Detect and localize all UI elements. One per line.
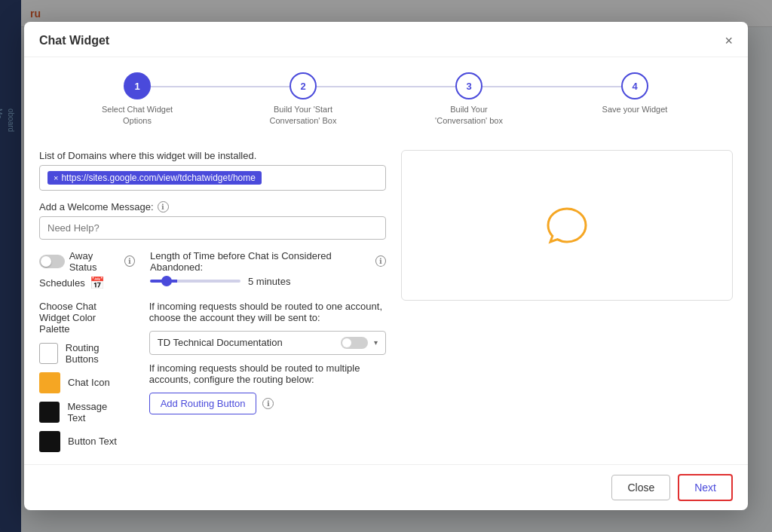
modal-backdrop: Chat Widget × 1 Select Chat Widget Optio… — [0, 0, 772, 532]
select-toggle-knob — [342, 338, 351, 347]
routing-section: If incoming requests should be routed to… — [149, 301, 386, 414]
away-status-toggle[interactable] — [39, 255, 65, 268]
schedules-label: Schedules — [39, 277, 85, 289]
chat-icon-label: Chat Icon — [68, 377, 110, 388]
multiple-account-label: If incoming requests should be routed to… — [149, 362, 386, 385]
modal-footer: Close Next — [24, 464, 748, 510]
step-3-label: Build Your 'Conversation' box — [424, 104, 514, 126]
widget-preview — [401, 150, 733, 301]
color-item-routing-buttons: Routing Buttons — [39, 342, 127, 365]
modal-body: List of Domains where this widget will b… — [24, 138, 748, 464]
step-1-circle[interactable]: 1 — [124, 72, 151, 99]
close-button[interactable]: Close — [611, 475, 670, 500]
bottom-two-col: Choose Chat Widget Color Palette Routing… — [39, 301, 386, 452]
status-abandonment-row: Away Status ℹ Schedules 📅 Length of Time… — [39, 250, 386, 290]
routing-btn-row: Add Routing Button ℹ — [149, 393, 386, 414]
slider-value: 5 minutes — [248, 276, 290, 287]
away-status-controls: Away Status ℹ Schedules 📅 — [39, 250, 135, 290]
abandonment-label: Length of Time before Chat is Considered… — [150, 250, 386, 273]
stepper: 1 Select Chat Widget Options 2 Build You… — [24, 57, 748, 138]
account-chevron-icon: ▾ — [374, 338, 378, 347]
calendar-icon[interactable]: 📅 — [90, 276, 105, 290]
away-status-info-icon: ℹ — [124, 255, 135, 267]
step-2-circle[interactable]: 2 — [290, 72, 317, 99]
color-item-message-text: Message Text — [39, 401, 127, 423]
slider-row: 5 minutes — [150, 276, 386, 287]
step-2-label: Build Your 'Start Conversation' Box — [258, 104, 348, 126]
step-4: 4 Save your Widget — [552, 72, 718, 115]
domains-label: List of Domains where this widget will b… — [39, 150, 386, 161]
welcome-info-icon: ℹ — [158, 201, 169, 212]
button-text-swatch[interactable] — [39, 431, 60, 452]
welcome-message-section: Add a Welcome Message: ℹ — [39, 201, 386, 240]
abandonment-group: Length of Time before Chat is Considered… — [150, 250, 386, 290]
select-toggle-badge — [341, 337, 368, 349]
step-4-circle[interactable]: 4 — [621, 72, 648, 99]
modal-left-column: List of Domains where this widget will b… — [39, 150, 386, 452]
step-4-label: Save your Widget — [602, 104, 668, 115]
chat-bubble-preview-icon — [544, 206, 590, 245]
step-2: 2 Build Your 'Start Conversation' Box — [220, 72, 386, 126]
color-item-chat-icon: Chat Icon — [39, 372, 127, 393]
next-button[interactable]: Next — [678, 474, 733, 501]
message-text-label: Message Text — [67, 401, 126, 423]
step-3-circle[interactable]: 3 — [455, 72, 482, 99]
chat-widget-modal: Chat Widget × 1 Select Chat Widget Optio… — [24, 22, 748, 510]
message-text-swatch[interactable] — [39, 402, 60, 423]
account-select[interactable]: TD Technical Documentation ▾ — [149, 331, 386, 355]
palette-title: Choose Chat Widget Color Palette — [39, 301, 127, 335]
modal-close-button[interactable]: × — [725, 34, 733, 47]
abandonment-slider[interactable] — [150, 280, 240, 283]
step-1: 1 Select Chat Widget Options — [54, 72, 220, 126]
step-3: 3 Build Your 'Conversation' box — [386, 72, 552, 126]
domain-tag: × https://sites.google.com/view/tdchatwi… — [47, 171, 262, 185]
step-1-label: Select Chat Widget Options — [92, 104, 182, 126]
routing-buttons-label: Routing Buttons — [66, 342, 127, 365]
routing-info-icon: ℹ — [262, 398, 274, 409]
account-select-value: TD Technical Documentation — [158, 337, 335, 348]
single-account-label: If incoming requests should be routed to… — [149, 301, 386, 323]
domains-section: List of Domains where this widget will b… — [39, 150, 386, 191]
add-routing-button[interactable]: Add Routing Button — [149, 393, 257, 414]
modal-header: Chat Widget × — [24, 22, 748, 57]
color-item-button-text: Button Text — [39, 431, 127, 452]
routing-buttons-swatch[interactable] — [39, 343, 58, 364]
modal-right-column — [401, 150, 733, 452]
toggle-knob — [41, 256, 51, 267]
color-palette-section: Choose Chat Widget Color Palette Routing… — [39, 301, 127, 452]
button-text-label: Button Text — [68, 436, 117, 447]
abandonment-info-icon: ℹ — [375, 255, 386, 267]
welcome-label: Add a Welcome Message: — [39, 201, 154, 212]
tag-remove-icon[interactable]: × — [54, 173, 58, 182]
chat-icon-swatch[interactable] — [39, 372, 60, 393]
welcome-message-input[interactable] — [39, 216, 386, 240]
domain-tag-input[interactable]: × https://sites.google.com/view/tdchatwi… — [39, 165, 386, 191]
domain-tag-value: https://sites.google.com/view/tdchatwidg… — [61, 173, 255, 183]
modal-title: Chat Widget — [39, 34, 109, 47]
schedules-row: Schedules 📅 — [39, 276, 135, 290]
away-status-label: Away Status — [69, 250, 120, 273]
away-status-toggle-group: Away Status ℹ — [39, 250, 135, 273]
